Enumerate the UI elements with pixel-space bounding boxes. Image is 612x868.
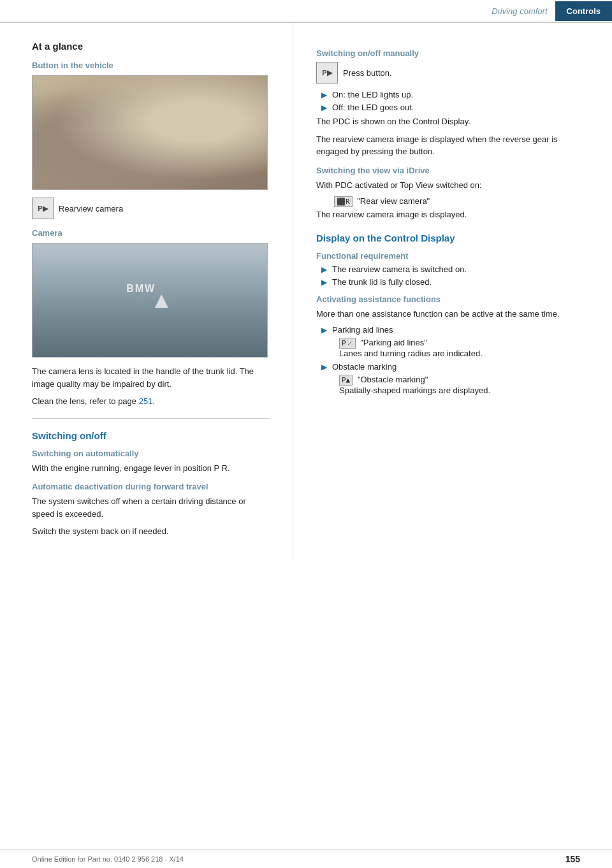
- footer-online-edition: Online Edition for Part no. 0140 2 956 2…: [32, 855, 184, 863]
- press-button-label: Press button.: [343, 68, 392, 78]
- switching-auto-heading: Switching on automatically: [32, 449, 270, 458]
- right-column: Switching on/off manually P▶ Press butto…: [293, 23, 612, 561]
- display-control-heading: Display on the Control Display: [316, 233, 589, 243]
- button-in-vehicle-title: Button in the vehicle: [32, 61, 270, 70]
- more-than-desc: More than one assistance function can be…: [316, 308, 589, 321]
- parking-aid-item: ▶ Parking aid lines: [321, 325, 589, 335]
- auto-deact-desc1: The system switches off when a certain d…: [32, 495, 270, 520]
- camera-desc2-prefix: Clean the lens, refer to page: [32, 396, 139, 406]
- press-button-icon: P▶: [316, 62, 338, 83]
- header-driving-comfort: Driving comfort: [492, 6, 555, 16]
- switching-auto-desc: With the engine running, engage lever in…: [32, 462, 270, 475]
- main-content: At a glance Button in the vehicle P▶ Rea…: [0, 23, 612, 561]
- pdc-shown: The PDC is shown on the Control Display.: [316, 115, 589, 128]
- switching-manual-heading: Switching on/off manually: [316, 48, 589, 58]
- rear-view-icon-row: ⬛R "Rear view camera": [334, 196, 589, 206]
- rearview-desc: The rearview camera image is displayed w…: [316, 133, 589, 158]
- obstacle-icon: P▲: [339, 375, 353, 386]
- functional-req-heading: Functional requirement: [316, 251, 589, 261]
- divider-1: [32, 418, 270, 419]
- switching-onoff-heading: Switching on/off: [32, 430, 270, 441]
- footer-page-number: 155: [565, 854, 580, 864]
- auto-deact-heading: Automatic deactivation during forward tr…: [32, 482, 270, 491]
- parking-aid-text: Parking aid lines: [332, 325, 393, 335]
- on-led-text: On: the LED lights up.: [332, 90, 413, 99]
- obstacle-icon-row: P▲ "Obstacle marking": [339, 375, 589, 384]
- rearview-displayed: The rearview camera image is displayed.: [316, 208, 589, 221]
- camera-image: [32, 243, 268, 358]
- rearview-camera-label: Rearview camera: [59, 204, 123, 213]
- page-footer: Online Edition for Part no. 0140 2 956 2…: [0, 850, 612, 868]
- switching-view-heading: Switching the view via iDrive: [316, 166, 589, 175]
- bullet-arrow-on: ▶: [321, 90, 327, 99]
- req1-text: The rearview camera is switched on.: [332, 264, 467, 274]
- camera-desc2-suffix: .: [152, 396, 155, 406]
- bullet-arrow-off: ▶: [321, 103, 327, 112]
- auto-deact-desc2: Switch the system back on if needed.: [32, 525, 270, 538]
- bullet-arrow-req1: ▶: [321, 265, 327, 274]
- req1-item: ▶ The rearview camera is switched on.: [321, 264, 589, 274]
- camera-desc1: The camera lens is located in the handle…: [32, 365, 270, 390]
- off-led-text: Off: the LED goes out.: [332, 103, 414, 112]
- rear-view-icon-label: "Rear view camera": [357, 196, 430, 206]
- vehicle-button-image: [32, 75, 268, 190]
- press-button-row: P▶ Press button.: [316, 62, 589, 83]
- rear-view-symbol: ⬛R: [334, 196, 353, 207]
- lanes-desc: Lanes and turning radius are indicated.: [339, 349, 589, 358]
- req2-item: ▶ The trunk lid is fully closed.: [321, 277, 589, 287]
- spatially-desc: Spatially-shaped markings are displayed.: [339, 386, 589, 395]
- left-column: At a glance Button in the vehicle P▶ Rea…: [0, 23, 293, 561]
- activating-heading: Activating assistance functions: [316, 294, 589, 304]
- obstacle-item: ▶ Obstacle marking: [321, 362, 589, 372]
- page-header: Driving comfort Controls: [0, 0, 612, 23]
- rearview-camera-row: P▶ Rearview camera: [32, 198, 270, 219]
- camera-desc2: Clean the lens, refer to page 251.: [32, 395, 270, 408]
- off-led-item: ▶ Off: the LED goes out.: [321, 103, 589, 112]
- obstacle-text: Obstacle marking: [332, 362, 397, 372]
- bullet-arrow-obstacle: ▶: [321, 363, 327, 372]
- bullet-arrow-parking: ▶: [321, 326, 327, 335]
- parking-aid-icon: P⟋: [339, 338, 356, 349]
- camera-section-title: Camera: [32, 228, 270, 238]
- vehicle-interior-photo: [33, 76, 267, 189]
- camera-back-photo: [33, 243, 267, 357]
- bullet-arrow-req2: ▶: [321, 278, 327, 287]
- rearview-camera-icon: P▶: [32, 198, 54, 219]
- parking-aid-icon-label: "Parking aid lines": [360, 338, 427, 347]
- on-led-item: ▶ On: the LED lights up.: [321, 90, 589, 99]
- at-a-glance-title: At a glance: [32, 41, 270, 52]
- with-pdc: With PDC activated or Top View switched …: [316, 179, 589, 192]
- parking-aid-icon-row: P⟋ "Parking aid lines": [339, 338, 589, 347]
- req2-text: The trunk lid is fully closed.: [332, 277, 432, 287]
- obstacle-icon-label: "Obstacle marking": [358, 375, 428, 384]
- page-link-251[interactable]: 251: [139, 396, 153, 406]
- header-controls: Controls: [555, 1, 612, 21]
